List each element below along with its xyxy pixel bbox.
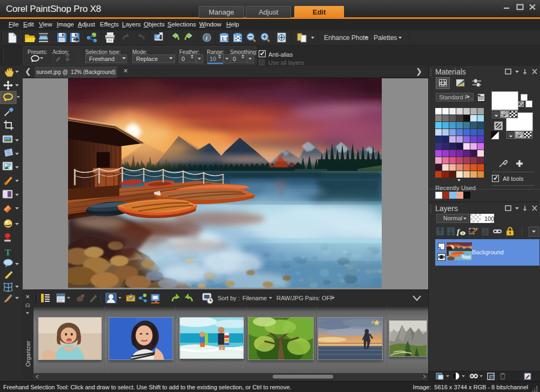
svg-text:4: 4 <box>371 319 374 325</box>
svg-text:f: f <box>457 227 461 236</box>
svg-text:100: 100 <box>484 215 494 222</box>
svg-text:J: J <box>483 228 487 235</box>
svg-text:T: T <box>5 247 11 258</box>
svg-text:1:1: 1:1 <box>221 36 228 42</box>
